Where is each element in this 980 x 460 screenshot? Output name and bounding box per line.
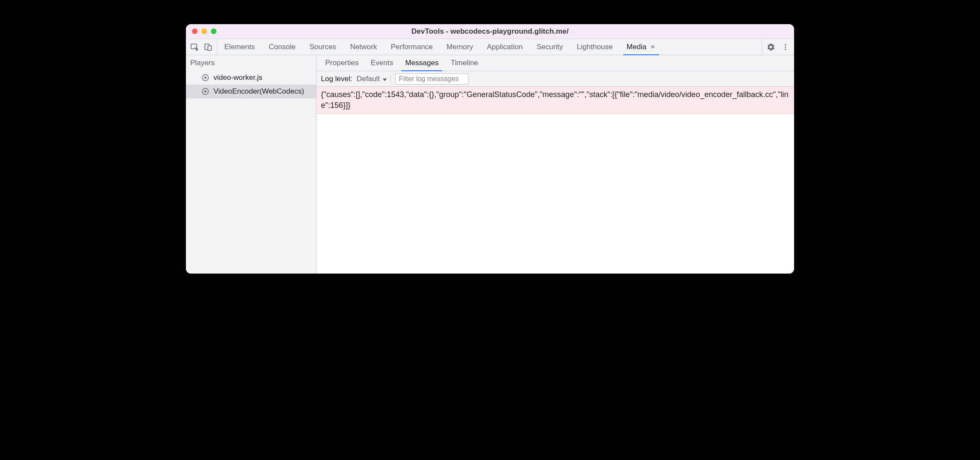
zoom-window-button[interactable]: [211, 28, 217, 34]
tab-label: Network: [350, 43, 377, 51]
titlebar: DevTools - webcodecs-playground.glitch.m…: [186, 24, 794, 39]
minimize-window-button[interactable]: [201, 28, 207, 34]
tab-label: Memory: [446, 43, 473, 51]
toolbar-left: [186, 39, 217, 55]
subtab-timeline[interactable]: Timeline: [445, 55, 484, 71]
chevron-down-icon: [383, 75, 387, 83]
tab-security[interactable]: Security: [530, 39, 570, 55]
settings-icon[interactable]: [766, 43, 775, 51]
tab-lighthouse[interactable]: Lighthouse: [570, 39, 619, 55]
subtab-events[interactable]: Events: [364, 55, 399, 71]
messages-list: {"causes":[],"code":1543,"data":{},"grou…: [317, 87, 794, 274]
tab-application[interactable]: Application: [480, 39, 530, 55]
tab-label: Sources: [309, 43, 336, 51]
players-header: Players: [186, 55, 316, 71]
inspect-element-icon[interactable]: [190, 43, 199, 51]
loglevel-value: Default: [357, 75, 380, 83]
svg-point-5: [785, 48, 786, 50]
subtab-properties[interactable]: Properties: [319, 55, 364, 71]
play-icon: [201, 74, 209, 82]
tab-network[interactable]: Network: [343, 39, 384, 55]
main-tabs: ElementsConsoleSourcesNetworkPerformance…: [217, 39, 762, 55]
main-toolbar: ElementsConsoleSourcesNetworkPerformance…: [186, 39, 794, 55]
toolbar-right: [762, 39, 794, 55]
tab-memory[interactable]: Memory: [440, 39, 480, 55]
tab-label: Application: [487, 43, 523, 51]
tab-label: Lighthouse: [577, 43, 612, 51]
window-title: DevTools - webcodecs-playground.glitch.m…: [186, 27, 794, 36]
player-item[interactable]: video-worker.js: [186, 71, 316, 85]
player-item[interactable]: VideoEncoder(WebCodecs): [186, 85, 316, 98]
player-label: VideoEncoder(WebCodecs): [214, 87, 304, 96]
loglevel-label: Log level:: [321, 75, 352, 83]
tab-elements[interactable]: Elements: [217, 39, 262, 55]
log-message[interactable]: {"causes":[],"code":1543,"data":{},"grou…: [317, 87, 794, 114]
tab-console[interactable]: Console: [262, 39, 302, 55]
close-icon[interactable]: ×: [650, 43, 656, 51]
tab-label: Security: [537, 43, 563, 51]
traffic-lights: [192, 28, 217, 34]
svg-rect-2: [208, 46, 211, 50]
tab-performance[interactable]: Performance: [384, 39, 440, 55]
tab-sources[interactable]: Sources: [302, 39, 343, 55]
tab-media[interactable]: Media×: [620, 39, 663, 55]
main-panel: PropertiesEventsMessagesTimeline Log lev…: [317, 55, 794, 274]
subtab-messages[interactable]: Messages: [399, 55, 444, 71]
body: Players video-worker.jsVideoEncoder(WebC…: [186, 55, 794, 274]
tab-label: Console: [269, 43, 295, 51]
play-icon: [201, 88, 209, 95]
players-list: video-worker.jsVideoEncoder(WebCodecs): [186, 71, 316, 98]
filter-bar: Log level: Default: [317, 71, 794, 87]
tab-label: Performance: [391, 43, 433, 51]
devtools-window: DevTools - webcodecs-playground.glitch.m…: [186, 24, 794, 274]
tab-label: Media: [627, 43, 647, 51]
players-sidebar: Players video-worker.jsVideoEncoder(WebC…: [186, 55, 317, 274]
media-subtabs: PropertiesEventsMessagesTimeline: [317, 55, 794, 71]
tab-label: Elements: [224, 43, 255, 51]
loglevel-select[interactable]: Default: [357, 75, 391, 83]
svg-point-3: [785, 44, 786, 45]
close-window-button[interactable]: [192, 28, 198, 34]
more-options-icon[interactable]: [781, 43, 790, 51]
filter-input[interactable]: [395, 73, 468, 85]
player-label: video-worker.js: [214, 73, 262, 82]
device-toggle-icon[interactable]: [204, 43, 213, 51]
svg-point-4: [785, 46, 786, 47]
